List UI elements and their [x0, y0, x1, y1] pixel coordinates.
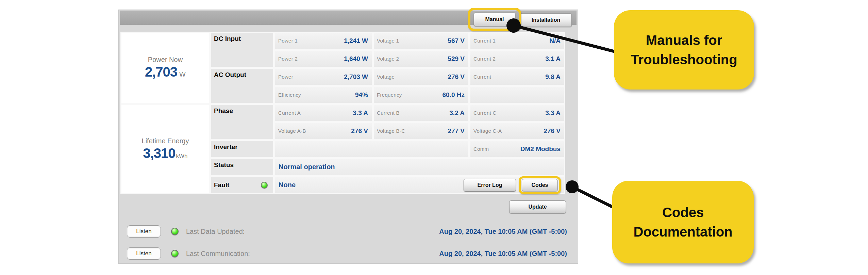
metric-voltage-ca: Voltage C-A 276 V: [470, 123, 564, 139]
last-communication-value: Aug 20, 2024, Tue 10:05 AM (GMT -5:00): [439, 250, 567, 258]
metric-value: 277 V: [448, 127, 465, 135]
listen-comm-button[interactable]: Listen: [127, 247, 161, 260]
empty-cell: [470, 87, 564, 103]
metric-power2: Power 2 1,640 W: [275, 51, 372, 67]
metric-value: 567 V: [448, 37, 465, 45]
section-status: Status: [211, 159, 273, 175]
metric-label: Voltage 1: [377, 38, 399, 44]
section-dc-input: DC Input: [211, 33, 273, 67]
lifetime-energy-card: Lifetime Energy 3,310 kWh: [121, 105, 209, 193]
metric-label: Current: [473, 74, 491, 80]
metric-label: Current A: [278, 110, 301, 116]
data-status-led-icon: [171, 228, 179, 235]
status-value: Normal operation: [279, 163, 335, 171]
metric-power1: Power 1 1,241 W: [275, 33, 372, 49]
metric-label: Power 1: [278, 38, 298, 44]
lifetime-energy-label: Lifetime Energy: [142, 137, 189, 145]
installation-button[interactable]: Installation: [520, 13, 572, 27]
metric-value: 9.8 A: [545, 73, 561, 81]
metric-value: 3.2 A: [449, 109, 465, 117]
metric-value: 2,703 W: [344, 73, 368, 81]
callout-text: Manuals for: [646, 31, 722, 50]
manual-annotation-callout: Manuals for Troubleshooting: [614, 10, 754, 90]
metric-label: Voltage: [377, 74, 395, 80]
power-now-value: 2,703: [145, 64, 177, 80]
inverter-monitor-panel: Manual Installation Power Now 2,703 W Li…: [118, 10, 578, 264]
inverter-empty-cell: [275, 141, 468, 157]
metric-value: 94%: [355, 91, 368, 99]
metric-voltage-ab: Voltage A-B 276 V: [275, 123, 372, 139]
manual-button[interactable]: Manual: [474, 13, 515, 26]
metric-label: Voltage C-A: [473, 128, 502, 134]
fault-row: None Error Log Codes: [275, 177, 564, 193]
power-now-card: Power Now 2,703 W: [121, 33, 209, 103]
metric-voltage-bc: Voltage B-C 277 V: [374, 123, 468, 139]
power-now-label: Power Now: [148, 56, 183, 64]
last-communication-row: Listen Last Communication: Aug 20, 2024,…: [127, 247, 567, 260]
last-data-updated-value: Aug 20, 2024, Tue 10:05 AM (GMT -5:00): [439, 228, 567, 236]
codes-button-highlight-ring: Codes: [519, 176, 561, 194]
lifetime-energy-unit: kWh: [176, 153, 188, 160]
metric-value: 3.3 A: [353, 109, 368, 117]
metric-ac-current: Current 9.8 A: [470, 69, 564, 85]
metrics-table: Power Now 2,703 W Lifetime Energy 3,310 …: [120, 32, 565, 194]
metric-label: Voltage B-C: [377, 128, 405, 134]
metric-frequency: Frequency 60.0 Hz: [374, 87, 468, 103]
callout-text: Documentation: [633, 222, 732, 242]
metric-label: Power: [278, 74, 293, 80]
metric-current-a: Current A 3.3 A: [275, 105, 372, 121]
metric-value: N/A: [549, 37, 561, 45]
top-toolbar: Manual Installation: [120, 11, 577, 25]
metric-value: DM2 Modbus: [520, 145, 561, 153]
metric-label: Current 1: [473, 38, 496, 44]
section-phase: Phase: [211, 105, 273, 139]
comm-status-led-icon: [171, 250, 179, 257]
metric-comm: Comm DM2 Modbus: [470, 141, 564, 157]
update-button[interactable]: Update: [509, 200, 566, 213]
metric-value: 3.1 A: [545, 55, 561, 63]
metric-label: Voltage A-B: [278, 128, 306, 134]
metric-current1: Current 1 N/A: [470, 33, 564, 49]
last-communication-label: Last Communication:: [186, 250, 250, 258]
metric-label: Frequency: [377, 92, 402, 98]
last-data-updated-row: Listen Last Data Updated: Aug 20, 2024, …: [127, 225, 567, 238]
error-log-button[interactable]: Error Log: [464, 179, 516, 192]
metric-label: Comm: [473, 146, 489, 152]
metric-label: Efficiency: [278, 92, 301, 98]
metric-value: 276 V: [544, 127, 561, 135]
manual-button-highlight-ring: Manual: [468, 8, 521, 31]
metric-label: Power 2: [278, 56, 298, 62]
fault-label: Fault: [214, 181, 229, 189]
callout-text: Codes: [662, 203, 704, 222]
codes-annotation-callout: Codes Documentation: [612, 181, 754, 263]
metric-label: Current 2: [473, 56, 496, 62]
metric-label: Voltage 2: [377, 56, 399, 62]
metric-label: Current C: [473, 110, 497, 116]
metric-efficiency: Efficiency 94%: [275, 87, 372, 103]
section-ac-output: AC Output: [211, 69, 273, 103]
metric-value: 529 V: [448, 55, 465, 63]
section-inverter: Inverter: [211, 141, 273, 157]
lifetime-energy-value: 3,310: [143, 146, 175, 161]
metric-value: 60.0 Hz: [443, 91, 465, 99]
metric-voltage1: Voltage 1 567 V: [374, 33, 468, 49]
metric-value: 1,241 W: [344, 37, 368, 45]
metric-ac-voltage: Voltage 276 V: [374, 69, 468, 85]
last-data-updated-label: Last Data Updated:: [186, 228, 245, 236]
codes-button[interactable]: Codes: [522, 179, 558, 191]
fault-ok-led-icon: [261, 182, 268, 189]
power-now-unit: W: [179, 70, 186, 78]
metric-value: 276 V: [448, 73, 465, 81]
callout-text: Troubleshooting: [631, 50, 737, 69]
fault-value: None: [279, 181, 296, 189]
section-fault: Fault: [211, 177, 273, 193]
metric-label: Current B: [377, 110, 400, 116]
listen-data-button[interactable]: Listen: [127, 225, 161, 238]
metric-current2: Current 2 3.1 A: [470, 51, 564, 67]
metric-current-b: Current B 3.2 A: [374, 105, 468, 121]
metric-current-c: Current C 3.3 A: [470, 105, 564, 121]
metric-voltage2: Voltage 2 529 V: [374, 51, 468, 67]
metric-value: 1,640 W: [344, 55, 368, 63]
metric-ac-power: Power 2,703 W: [275, 69, 372, 85]
metric-value: 3.3 A: [545, 109, 561, 117]
